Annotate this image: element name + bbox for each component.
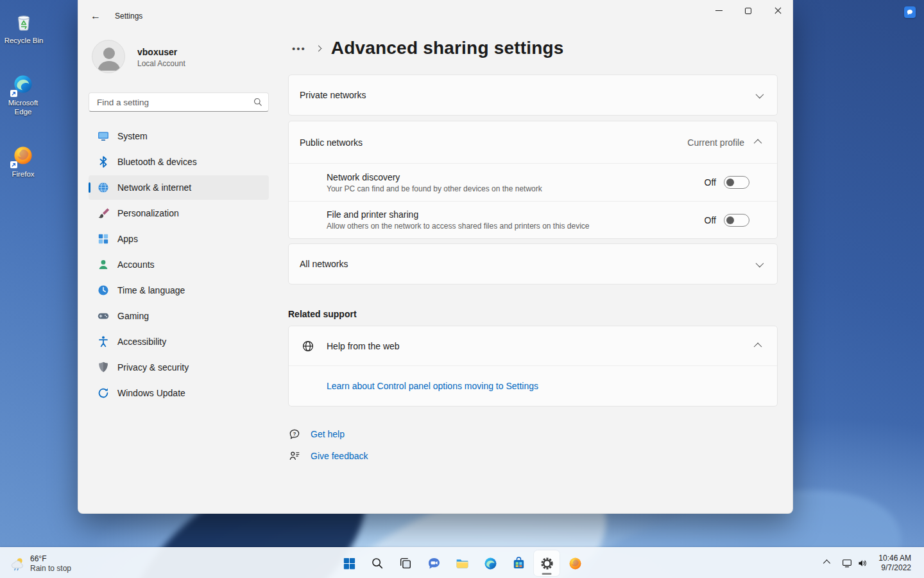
personalization-icon xyxy=(97,207,110,220)
network-discovery-row: Network discovery Your PC can find and b… xyxy=(289,164,777,201)
clock-time: 10:46 AM xyxy=(878,554,911,563)
hidden-icons-chevron-button[interactable] xyxy=(817,550,835,576)
desktop-icon-recycle-bin[interactable]: Recycle Bin xyxy=(0,10,47,45)
network-discovery-toggle[interactable] xyxy=(724,176,749,189)
bluetooth-icon xyxy=(97,155,110,168)
sidebar-item-apps[interactable]: Apps xyxy=(89,227,269,251)
edge-button[interactable] xyxy=(477,550,503,576)
system-icon xyxy=(97,130,110,143)
firefox-icon xyxy=(568,556,583,571)
sidebar-item-personalization[interactable]: Personalization xyxy=(89,201,269,225)
user-name: vboxuser xyxy=(137,47,185,57)
breadcrumb-ellipsis-button[interactable]: ••• xyxy=(292,43,306,54)
volume-icon xyxy=(857,557,868,569)
edge-icon xyxy=(12,73,35,96)
file-printer-sharing-row: File and printer sharing Allow others on… xyxy=(289,201,777,238)
weather-widget[interactable]: 66°F Rain to stop xyxy=(3,548,78,578)
search-input[interactable] xyxy=(97,98,253,107)
windows-update-icon xyxy=(97,387,110,399)
network-internet-icon xyxy=(97,181,110,194)
file-explorer-button[interactable] xyxy=(449,550,475,576)
sidebar-item-bluetooth-devices[interactable]: Bluetooth & devices xyxy=(89,150,269,174)
sidebar-item-system[interactable]: System xyxy=(89,124,269,148)
start-button[interactable] xyxy=(336,550,362,576)
task-view-icon xyxy=(398,556,413,570)
chat-button[interactable] xyxy=(421,550,447,576)
back-button[interactable]: ← xyxy=(85,5,107,27)
settings-search-box[interactable] xyxy=(89,92,269,112)
related-support-heading: Related support xyxy=(288,309,778,319)
network-icon xyxy=(841,557,853,569)
sidebar-item-privacy-security[interactable]: Privacy & security xyxy=(89,355,269,380)
file-printer-sharing-state: Off xyxy=(705,215,716,225)
current-profile-badge: Current profile xyxy=(687,137,744,148)
breadcrumb: ••• Advanced sharing settings xyxy=(292,36,778,60)
private-networks-card: Private networks xyxy=(288,74,778,116)
sidebar-item-accounts[interactable]: Accounts xyxy=(89,252,269,277)
microsoft-store-icon xyxy=(511,556,526,571)
footer-links: ? Get help Give feedback xyxy=(288,426,778,464)
help-from-web-expander[interactable]: Help from the web xyxy=(289,326,777,366)
recycle-bin-icon xyxy=(12,10,35,33)
sidebar-item-accessibility[interactable]: Accessibility xyxy=(89,329,269,354)
firefox-button[interactable] xyxy=(562,550,588,576)
all-networks-expander[interactable]: All networks xyxy=(289,244,777,284)
clock[interactable]: 10:46 AM 9/7/2022 xyxy=(875,554,915,573)
tray-status-button[interactable] xyxy=(837,550,872,576)
get-help-link[interactable]: ? Get help xyxy=(288,426,778,442)
search-icon xyxy=(370,556,384,570)
main-content: ••• Advanced sharing settings Private ne… xyxy=(288,0,778,514)
accessibility-icon xyxy=(97,335,110,348)
window-title: Settings xyxy=(115,12,142,21)
chevron-down-icon xyxy=(756,90,764,98)
give-feedback-link[interactable]: Give feedback xyxy=(288,448,778,464)
private-networks-expander[interactable]: Private networks xyxy=(289,75,777,115)
desktop-icon-microsoft-edge[interactable]: Microsoft Edge xyxy=(0,73,47,116)
sidebar-item-windows-update[interactable]: Windows Update xyxy=(89,381,269,405)
desktop-icon-firefox[interactable]: Firefox xyxy=(0,144,47,179)
settings-taskbar-button[interactable] xyxy=(534,550,560,576)
sidebar-item-time-language[interactable]: Time & language xyxy=(89,278,269,302)
search-icon xyxy=(253,97,263,107)
public-networks-expander[interactable]: Public networks Current profile xyxy=(289,121,777,164)
chevron-up-icon xyxy=(754,139,762,148)
chevron-right-icon xyxy=(315,45,321,51)
system-tray: 10:46 AM 9/7/2022 xyxy=(817,548,924,578)
corner-chat-notification-icon[interactable] xyxy=(904,6,916,18)
all-networks-card: All networks xyxy=(288,243,778,285)
user-info[interactable]: vboxuser Local Account xyxy=(137,47,185,68)
give-feedback-icon xyxy=(289,450,300,462)
taskbar-center xyxy=(336,550,588,576)
sidebar: System Bluetooth & devices Network & int… xyxy=(89,124,269,407)
control-panel-options-link[interactable]: Learn about Control panel options moving… xyxy=(327,381,538,391)
time-language-icon xyxy=(97,284,110,297)
desktop-icon-label: Microsoft Edge xyxy=(0,98,47,116)
chat-icon xyxy=(427,556,441,571)
public-networks-card: Public networks Current profile Network … xyxy=(288,121,778,239)
desktop-icon-label: Recycle Bin xyxy=(4,36,44,45)
chevron-down-icon xyxy=(756,259,764,267)
search-taskbar-button[interactable] xyxy=(364,550,390,576)
avatar[interactable] xyxy=(92,40,125,73)
network-discovery-state: Off xyxy=(705,177,716,188)
sidebar-item-network-internet[interactable]: Network & internet xyxy=(89,175,269,200)
task-view-button[interactable] xyxy=(393,550,418,576)
apps-icon xyxy=(97,232,110,245)
globe-icon xyxy=(302,340,314,353)
store-button[interactable] xyxy=(506,550,531,576)
sidebar-item-gaming[interactable]: Gaming xyxy=(89,304,269,328)
svg-text:?: ? xyxy=(293,431,296,437)
settings-gear-icon xyxy=(540,556,554,571)
settings-window: ← Settings vboxuser Local Account System xyxy=(78,0,793,514)
gaming-icon xyxy=(97,310,110,322)
desktop-icon-label: Firefox xyxy=(12,170,34,179)
help-from-web-card: Help from the web Learn about Control pa… xyxy=(288,326,778,407)
edge-icon xyxy=(483,556,498,571)
weather-condition: Rain to stop xyxy=(30,564,71,573)
weather-temperature: 66°F xyxy=(30,554,71,563)
file-printer-sharing-toggle[interactable] xyxy=(724,214,749,227)
user-account-type: Local Account xyxy=(137,59,185,68)
accounts-icon xyxy=(97,258,110,271)
shortcut-arrow-icon xyxy=(10,90,17,97)
windows-start-icon xyxy=(342,556,357,571)
